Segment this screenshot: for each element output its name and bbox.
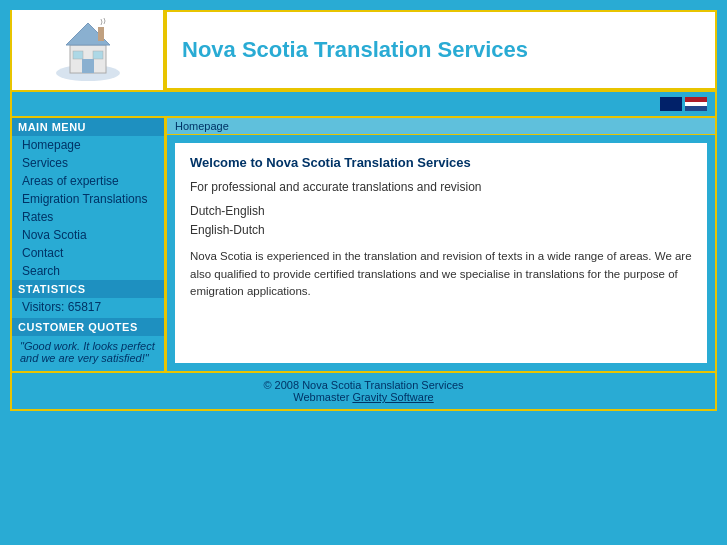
nav-search[interactable]: Search <box>12 262 164 280</box>
content-inner: Welcome to Nova Scotia Translation Servi… <box>175 143 707 363</box>
content-area: Homepage Welcome to Nova Scotia Translat… <box>167 118 715 371</box>
content-description: Nova Scotia is experienced in the transl… <box>190 248 692 300</box>
nav-emigration[interactable]: Emigration Translations <box>12 190 164 208</box>
main-layout: MAIN MENU Homepage Services Areas of exp… <box>12 118 715 371</box>
visitors-count: Visitors: 65817 <box>12 298 164 316</box>
logo-area <box>12 10 167 90</box>
page-wrapper: Nova Scotia Translation Services MAIN ME… <box>10 10 717 411</box>
svg-rect-3 <box>98 27 104 41</box>
nav-rates[interactable]: Rates <box>12 208 164 226</box>
webmaster-link[interactable]: Gravity Software <box>352 391 433 403</box>
statistics-header: STATISTICS <box>12 280 164 298</box>
svg-rect-4 <box>82 59 94 73</box>
intro-text: For professional and accurate translatio… <box>190 178 692 196</box>
sidebar-nav: Homepage Services Areas of expertise Emi… <box>12 136 164 280</box>
welcome-title: Welcome to Nova Scotia Translation Servi… <box>190 155 692 170</box>
svg-rect-5 <box>73 51 83 59</box>
nav-homepage[interactable]: Homepage <box>12 136 164 154</box>
site-title-area: Nova Scotia Translation Services <box>167 37 715 63</box>
flag-nl[interactable] <box>685 97 707 111</box>
webmaster-label: Webmaster <box>293 391 349 403</box>
logo-icon <box>48 15 128 85</box>
customer-quotes-header: CUSTOMER QUOTES <box>12 318 164 336</box>
nav-areas-expertise[interactable]: Areas of expertise <box>12 172 164 190</box>
footer: © 2008 Nova Scotia Translation Services … <box>12 371 715 409</box>
language-list: Dutch-English English-Dutch <box>190 202 692 240</box>
lang-dutch-english: Dutch-English <box>190 202 692 221</box>
svg-rect-6 <box>93 51 103 59</box>
sidebar: MAIN MENU Homepage Services Areas of exp… <box>12 118 167 371</box>
breadcrumb: Homepage <box>167 118 715 135</box>
nav-contact[interactable]: Contact <box>12 244 164 262</box>
footer-webmaster: Webmaster Gravity Software <box>18 391 709 403</box>
lang-english-dutch: English-Dutch <box>190 221 692 240</box>
nav-nova-scotia[interactable]: Nova Scotia <box>12 226 164 244</box>
flag-uk[interactable] <box>660 97 682 111</box>
flag-bar <box>12 92 715 118</box>
customer-quote: "Good work. It looks perfect and we are … <box>12 336 164 368</box>
nav-services[interactable]: Services <box>12 154 164 172</box>
header: Nova Scotia Translation Services <box>12 12 715 92</box>
site-title: Nova Scotia Translation Services <box>182 37 528 62</box>
footer-copyright: © 2008 Nova Scotia Translation Services <box>18 379 709 391</box>
main-menu-header: MAIN MENU <box>12 118 164 136</box>
